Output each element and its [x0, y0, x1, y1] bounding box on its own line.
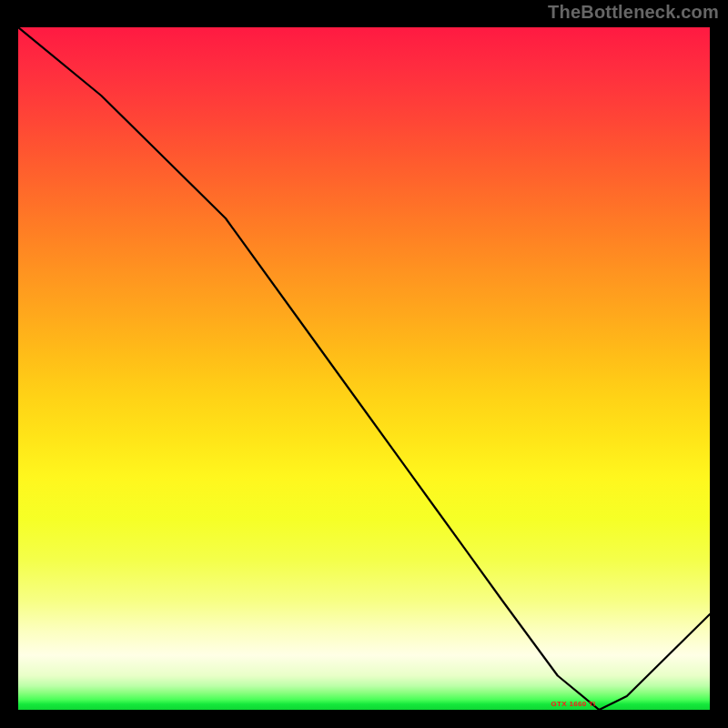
bottleneck-curve — [18, 27, 710, 710]
gpu-model-label: GTX 1660 Ti — [551, 700, 596, 708]
attribution-text: TheBottleneck.com — [548, 2, 719, 23]
plot-area: GTX 1660 Ti — [18, 27, 710, 710]
chart-stage: TheBottleneck.com GTX 1660 Ti — [0, 0, 728, 728]
